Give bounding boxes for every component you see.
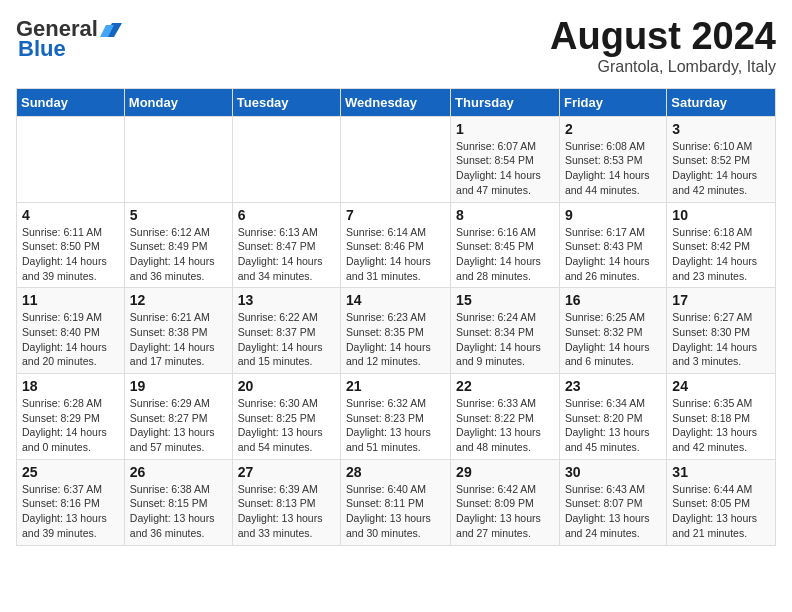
weekday-header-saturday: Saturday bbox=[667, 88, 776, 116]
day-cell: 28Sunrise: 6:40 AM Sunset: 8:11 PM Dayli… bbox=[341, 459, 451, 545]
day-cell: 7Sunrise: 6:14 AM Sunset: 8:46 PM Daylig… bbox=[341, 202, 451, 288]
day-number: 17 bbox=[672, 292, 770, 308]
weekday-header-friday: Friday bbox=[559, 88, 666, 116]
day-cell: 31Sunrise: 6:44 AM Sunset: 8:05 PM Dayli… bbox=[667, 459, 776, 545]
day-number: 9 bbox=[565, 207, 661, 223]
day-cell: 10Sunrise: 6:18 AM Sunset: 8:42 PM Dayli… bbox=[667, 202, 776, 288]
day-number: 29 bbox=[456, 464, 554, 480]
week-row-1: 1Sunrise: 6:07 AM Sunset: 8:54 PM Daylig… bbox=[17, 116, 776, 202]
day-cell: 18Sunrise: 6:28 AM Sunset: 8:29 PM Dayli… bbox=[17, 374, 125, 460]
day-number: 26 bbox=[130, 464, 227, 480]
day-number: 15 bbox=[456, 292, 554, 308]
day-number: 27 bbox=[238, 464, 335, 480]
month-title: August 2024 bbox=[550, 16, 776, 58]
day-cell: 1Sunrise: 6:07 AM Sunset: 8:54 PM Daylig… bbox=[451, 116, 560, 202]
weekday-header-sunday: Sunday bbox=[17, 88, 125, 116]
day-cell: 26Sunrise: 6:38 AM Sunset: 8:15 PM Dayli… bbox=[124, 459, 232, 545]
day-detail: Sunrise: 6:27 AM Sunset: 8:30 PM Dayligh… bbox=[672, 310, 770, 369]
day-cell: 4Sunrise: 6:11 AM Sunset: 8:50 PM Daylig… bbox=[17, 202, 125, 288]
day-cell: 17Sunrise: 6:27 AM Sunset: 8:30 PM Dayli… bbox=[667, 288, 776, 374]
day-number: 13 bbox=[238, 292, 335, 308]
day-number: 20 bbox=[238, 378, 335, 394]
day-number: 19 bbox=[130, 378, 227, 394]
day-number: 2 bbox=[565, 121, 661, 137]
day-detail: Sunrise: 6:11 AM Sunset: 8:50 PM Dayligh… bbox=[22, 225, 119, 284]
day-number: 16 bbox=[565, 292, 661, 308]
day-cell: 29Sunrise: 6:42 AM Sunset: 8:09 PM Dayli… bbox=[451, 459, 560, 545]
day-number: 31 bbox=[672, 464, 770, 480]
day-number: 30 bbox=[565, 464, 661, 480]
logo-icon bbox=[100, 19, 122, 39]
day-detail: Sunrise: 6:38 AM Sunset: 8:15 PM Dayligh… bbox=[130, 482, 227, 541]
day-detail: Sunrise: 6:44 AM Sunset: 8:05 PM Dayligh… bbox=[672, 482, 770, 541]
day-cell: 2Sunrise: 6:08 AM Sunset: 8:53 PM Daylig… bbox=[559, 116, 666, 202]
week-row-4: 18Sunrise: 6:28 AM Sunset: 8:29 PM Dayli… bbox=[17, 374, 776, 460]
day-number: 21 bbox=[346, 378, 445, 394]
day-cell: 8Sunrise: 6:16 AM Sunset: 8:45 PM Daylig… bbox=[451, 202, 560, 288]
day-detail: Sunrise: 6:10 AM Sunset: 8:52 PM Dayligh… bbox=[672, 139, 770, 198]
day-cell bbox=[124, 116, 232, 202]
day-number: 24 bbox=[672, 378, 770, 394]
day-cell: 22Sunrise: 6:33 AM Sunset: 8:22 PM Dayli… bbox=[451, 374, 560, 460]
day-cell: 14Sunrise: 6:23 AM Sunset: 8:35 PM Dayli… bbox=[341, 288, 451, 374]
day-cell: 21Sunrise: 6:32 AM Sunset: 8:23 PM Dayli… bbox=[341, 374, 451, 460]
day-number: 10 bbox=[672, 207, 770, 223]
day-number: 3 bbox=[672, 121, 770, 137]
page-header: General Blue August 2024 Grantola, Lomba… bbox=[16, 16, 776, 76]
day-number: 25 bbox=[22, 464, 119, 480]
day-detail: Sunrise: 6:28 AM Sunset: 8:29 PM Dayligh… bbox=[22, 396, 119, 455]
day-number: 1 bbox=[456, 121, 554, 137]
day-detail: Sunrise: 6:32 AM Sunset: 8:23 PM Dayligh… bbox=[346, 396, 445, 455]
day-detail: Sunrise: 6:07 AM Sunset: 8:54 PM Dayligh… bbox=[456, 139, 554, 198]
day-detail: Sunrise: 6:08 AM Sunset: 8:53 PM Dayligh… bbox=[565, 139, 661, 198]
day-detail: Sunrise: 6:21 AM Sunset: 8:38 PM Dayligh… bbox=[130, 310, 227, 369]
day-detail: Sunrise: 6:40 AM Sunset: 8:11 PM Dayligh… bbox=[346, 482, 445, 541]
day-cell bbox=[341, 116, 451, 202]
day-cell: 25Sunrise: 6:37 AM Sunset: 8:16 PM Dayli… bbox=[17, 459, 125, 545]
day-detail: Sunrise: 6:43 AM Sunset: 8:07 PM Dayligh… bbox=[565, 482, 661, 541]
title-block: August 2024 Grantola, Lombardy, Italy bbox=[550, 16, 776, 76]
day-number: 18 bbox=[22, 378, 119, 394]
day-cell: 3Sunrise: 6:10 AM Sunset: 8:52 PM Daylig… bbox=[667, 116, 776, 202]
day-detail: Sunrise: 6:12 AM Sunset: 8:49 PM Dayligh… bbox=[130, 225, 227, 284]
day-detail: Sunrise: 6:39 AM Sunset: 8:13 PM Dayligh… bbox=[238, 482, 335, 541]
day-cell bbox=[232, 116, 340, 202]
weekday-header-row: SundayMondayTuesdayWednesdayThursdayFrid… bbox=[17, 88, 776, 116]
day-detail: Sunrise: 6:13 AM Sunset: 8:47 PM Dayligh… bbox=[238, 225, 335, 284]
logo-blue-text: Blue bbox=[18, 36, 66, 62]
weekday-header-monday: Monday bbox=[124, 88, 232, 116]
week-row-3: 11Sunrise: 6:19 AM Sunset: 8:40 PM Dayli… bbox=[17, 288, 776, 374]
day-detail: Sunrise: 6:14 AM Sunset: 8:46 PM Dayligh… bbox=[346, 225, 445, 284]
day-detail: Sunrise: 6:24 AM Sunset: 8:34 PM Dayligh… bbox=[456, 310, 554, 369]
day-cell: 16Sunrise: 6:25 AM Sunset: 8:32 PM Dayli… bbox=[559, 288, 666, 374]
day-number: 28 bbox=[346, 464, 445, 480]
day-number: 6 bbox=[238, 207, 335, 223]
day-detail: Sunrise: 6:42 AM Sunset: 8:09 PM Dayligh… bbox=[456, 482, 554, 541]
weekday-header-wednesday: Wednesday bbox=[341, 88, 451, 116]
day-number: 23 bbox=[565, 378, 661, 394]
day-number: 22 bbox=[456, 378, 554, 394]
day-detail: Sunrise: 6:29 AM Sunset: 8:27 PM Dayligh… bbox=[130, 396, 227, 455]
day-number: 12 bbox=[130, 292, 227, 308]
day-detail: Sunrise: 6:34 AM Sunset: 8:20 PM Dayligh… bbox=[565, 396, 661, 455]
day-number: 7 bbox=[346, 207, 445, 223]
day-cell: 9Sunrise: 6:17 AM Sunset: 8:43 PM Daylig… bbox=[559, 202, 666, 288]
day-cell: 20Sunrise: 6:30 AM Sunset: 8:25 PM Dayli… bbox=[232, 374, 340, 460]
location-text: Grantola, Lombardy, Italy bbox=[550, 58, 776, 76]
calendar-table: SundayMondayTuesdayWednesdayThursdayFrid… bbox=[16, 88, 776, 546]
day-cell: 27Sunrise: 6:39 AM Sunset: 8:13 PM Dayli… bbox=[232, 459, 340, 545]
day-cell: 12Sunrise: 6:21 AM Sunset: 8:38 PM Dayli… bbox=[124, 288, 232, 374]
day-number: 5 bbox=[130, 207, 227, 223]
day-detail: Sunrise: 6:17 AM Sunset: 8:43 PM Dayligh… bbox=[565, 225, 661, 284]
day-cell: 5Sunrise: 6:12 AM Sunset: 8:49 PM Daylig… bbox=[124, 202, 232, 288]
day-detail: Sunrise: 6:18 AM Sunset: 8:42 PM Dayligh… bbox=[672, 225, 770, 284]
day-cell: 24Sunrise: 6:35 AM Sunset: 8:18 PM Dayli… bbox=[667, 374, 776, 460]
weekday-header-thursday: Thursday bbox=[451, 88, 560, 116]
day-detail: Sunrise: 6:16 AM Sunset: 8:45 PM Dayligh… bbox=[456, 225, 554, 284]
weekday-header-tuesday: Tuesday bbox=[232, 88, 340, 116]
day-detail: Sunrise: 6:37 AM Sunset: 8:16 PM Dayligh… bbox=[22, 482, 119, 541]
day-detail: Sunrise: 6:30 AM Sunset: 8:25 PM Dayligh… bbox=[238, 396, 335, 455]
week-row-2: 4Sunrise: 6:11 AM Sunset: 8:50 PM Daylig… bbox=[17, 202, 776, 288]
week-row-5: 25Sunrise: 6:37 AM Sunset: 8:16 PM Dayli… bbox=[17, 459, 776, 545]
day-detail: Sunrise: 6:25 AM Sunset: 8:32 PM Dayligh… bbox=[565, 310, 661, 369]
